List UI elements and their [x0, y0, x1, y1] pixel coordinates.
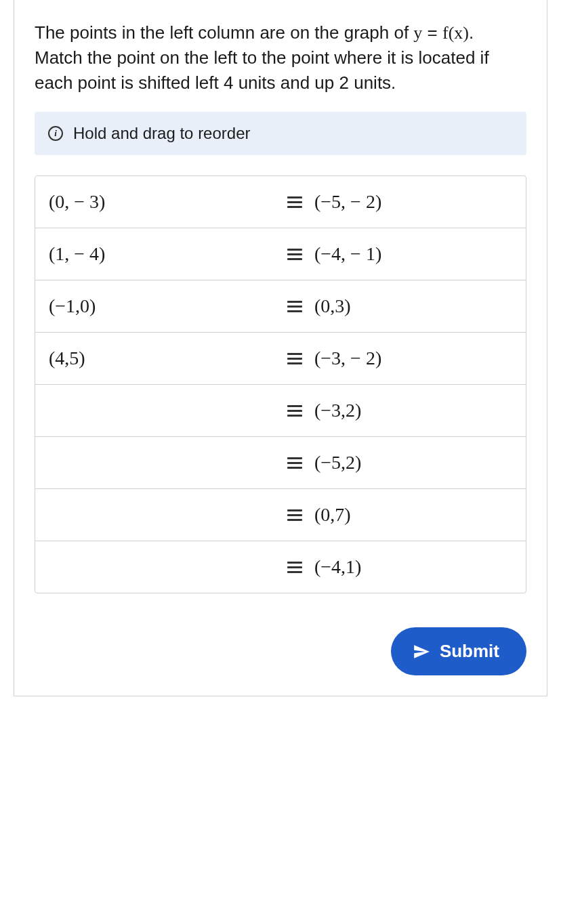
paper-plane-icon: [413, 643, 430, 660]
table-row: (0, − 3) (−5, − 2): [35, 176, 526, 228]
math-eq: =: [422, 22, 442, 43]
left-point: [35, 385, 280, 436]
submit-label: Submit: [440, 641, 499, 662]
right-point-label: (−4,1): [314, 556, 361, 578]
right-option[interactable]: (−4,1): [280, 541, 526, 593]
right-point-label: (−4, − 1): [314, 243, 381, 265]
drag-handle-icon[interactable]: [287, 508, 302, 522]
right-point-label: (−3,2): [314, 400, 361, 421]
info-text: Hold and drag to reorder: [73, 124, 251, 143]
right-point-label: (0,7): [314, 504, 351, 526]
question-container: The points in the left column are on the…: [14, 0, 547, 696]
right-option[interactable]: (−5, − 2): [280, 176, 526, 228]
drag-handle-icon[interactable]: [287, 352, 302, 366]
right-option[interactable]: (−5,2): [280, 437, 526, 488]
table-row: (−1,0) (0,3): [35, 280, 526, 333]
right-option[interactable]: (−3,2): [280, 385, 526, 436]
right-point-label: (−5, − 2): [314, 191, 381, 213]
table-row: (0,7): [35, 489, 526, 541]
left-point: (1, − 4): [35, 228, 280, 280]
drag-handle-icon[interactable]: [287, 404, 302, 418]
drag-handle-icon[interactable]: [287, 299, 302, 314]
submit-wrap: Submit: [35, 627, 526, 675]
drag-handle-icon[interactable]: [287, 195, 302, 209]
question-part1: The points in the left column are on the…: [35, 22, 413, 43]
question-text: The points in the left column are on the…: [35, 20, 526, 95]
right-option[interactable]: (−4, − 1): [280, 228, 526, 280]
table-row: (−3,2): [35, 385, 526, 437]
right-point-label: (−5,2): [314, 452, 361, 474]
left-point: (−1,0): [35, 280, 280, 332]
table-row: (1, − 4) (−4, − 1): [35, 228, 526, 280]
left-point: [35, 541, 280, 593]
left-point: [35, 489, 280, 541]
drag-handle-icon[interactable]: [287, 247, 302, 261]
left-point: (0, − 3): [35, 176, 280, 228]
match-table: (0, − 3) (−5, − 2) (1, − 4) (−4, − 1) (−…: [35, 175, 526, 593]
left-point: [35, 437, 280, 488]
math-y: y: [413, 23, 422, 43]
drag-handle-icon[interactable]: [287, 456, 302, 470]
submit-button[interactable]: Submit: [391, 627, 526, 675]
right-point-label: (0,3): [314, 295, 351, 317]
right-option[interactable]: (0,7): [280, 489, 526, 541]
table-row: (−5,2): [35, 437, 526, 489]
right-option[interactable]: (−3, − 2): [280, 333, 526, 384]
left-point: (4,5): [35, 333, 280, 384]
math-fx: f(x): [442, 23, 469, 43]
info-bar: i Hold and drag to reorder: [35, 112, 526, 155]
info-icon: i: [48, 126, 63, 141]
right-point-label: (−3, − 2): [314, 348, 381, 369]
drag-handle-icon[interactable]: [287, 560, 302, 574]
table-row: (4,5) (−3, − 2): [35, 333, 526, 385]
table-row: (−4,1): [35, 541, 526, 593]
right-option[interactable]: (0,3): [280, 280, 526, 332]
